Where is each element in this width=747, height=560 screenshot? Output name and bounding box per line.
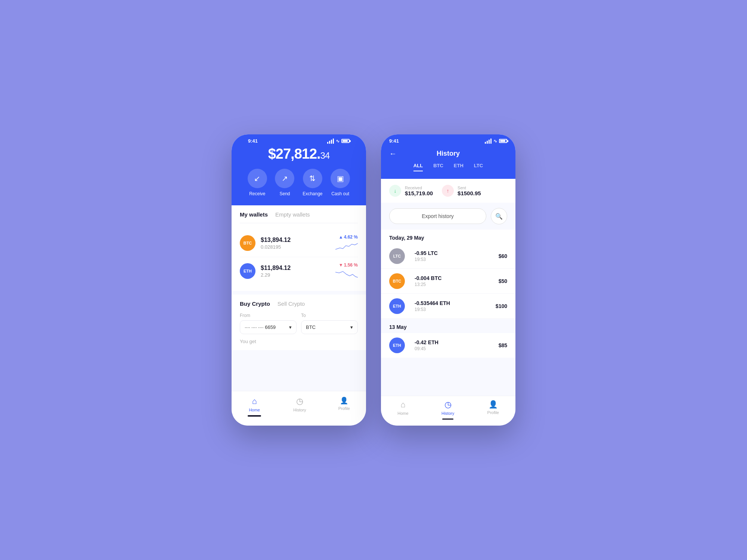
phone2-bottom-nav: ⌂ Home ◷ History 👤 Profile xyxy=(381,396,515,426)
filter-btc[interactable]: BTC xyxy=(433,163,443,171)
nav2-indicator xyxy=(442,419,453,420)
exchange-icon: ⇅ xyxy=(303,169,322,188)
to-field: To BTC ▾ xyxy=(301,313,358,334)
tab-sell-crypto[interactable]: Sell Crypto xyxy=(278,301,305,307)
sent-text: Sent $1500.95 xyxy=(458,186,481,196)
eth-amount: $11,894.12 xyxy=(261,265,335,271)
cashout-label: Cash out xyxy=(331,191,349,196)
home-icon: ⌂ xyxy=(252,396,257,406)
history-header-top: ← History xyxy=(381,146,515,161)
to-value: BTC xyxy=(306,324,316,330)
received-summary: ↓ Received $15,719.00 xyxy=(389,185,433,197)
nav2-home-label: Home xyxy=(397,411,408,416)
filter-all[interactable]: ALL xyxy=(413,163,423,171)
btc1-info: -0.004 BTC 13:25 xyxy=(415,275,499,287)
balance-cents: 34 xyxy=(320,150,330,161)
ltc1-usd: $60 xyxy=(499,253,507,259)
btc-sub: 0.028195 xyxy=(261,244,335,250)
export-history-button[interactable]: Export history xyxy=(389,208,486,224)
search-button[interactable]: 🔍 xyxy=(491,208,507,224)
eth2-tx: -0.42 ETH xyxy=(415,339,499,345)
btc-info: $13,894.12 0.028195 xyxy=(261,237,335,250)
nav-profile[interactable]: 👤 Profile xyxy=(331,395,357,418)
ltc1-time: 19:53 xyxy=(415,257,499,262)
phones-container: 9:41 ∿ $27,812.34 ↙ Receive ↗ xyxy=(232,134,515,426)
phone1-time: 9:41 xyxy=(248,138,258,144)
to-chevron-icon: ▾ xyxy=(350,324,353,330)
you-get-label: You get xyxy=(240,339,358,344)
to-input[interactable]: BTC ▾ xyxy=(301,320,358,334)
received-text: Received $15,719.00 xyxy=(405,186,433,196)
eth-avatar-2: ETH xyxy=(389,337,405,353)
send-summary-icon: ↑ xyxy=(442,185,454,197)
received-amount: $15,719.00 xyxy=(405,190,433,196)
phone2-status-bar: 9:41 ∿ xyxy=(381,134,515,146)
phone1-status-icons: ∿ xyxy=(327,139,350,144)
ltc1-info: -0.95 LTC 19:53 xyxy=(415,250,499,262)
history-item-ltc1[interactable]: LTC -0.95 LTC 19:53 $60 xyxy=(381,244,515,269)
to-label: To xyxy=(301,313,358,318)
nav-indicator xyxy=(248,415,261,417)
sent-amount: $1500.95 xyxy=(458,190,481,196)
cashout-button[interactable]: ▣ Cash out xyxy=(331,169,350,196)
btc-chart-area: ▲ 4.62 % xyxy=(335,234,358,252)
exchange-button[interactable]: ⇅ Exchange xyxy=(303,169,322,196)
receive-label: Receive xyxy=(249,191,265,196)
phone1-blue-header: 9:41 ∿ $27,812.34 ↙ Receive ↗ xyxy=(232,134,366,205)
receive-button[interactable]: ↙ Receive xyxy=(248,169,267,196)
filter-ltc[interactable]: LTC xyxy=(474,163,483,171)
history-list: Today, 29 May LTC -0.95 LTC 19:53 $60 BT… xyxy=(381,230,515,358)
send-label: Send xyxy=(279,191,290,196)
phone2-status-icons: ∿ xyxy=(485,139,507,144)
history-filter-tabs: ALL BTC ETH LTC xyxy=(381,161,515,173)
nav-history[interactable]: ◷ History xyxy=(286,395,313,418)
nav-home[interactable]: ⌂ Home xyxy=(240,395,269,418)
receive-icon: ↙ xyxy=(248,169,267,188)
receive-summary-icon: ↓ xyxy=(389,185,401,197)
nav2-home[interactable]: ⌂ Home xyxy=(397,400,408,420)
from-value: ···· ···· ···· 6659 xyxy=(245,324,276,330)
nav2-history-label: History xyxy=(441,411,454,416)
nav2-profile[interactable]: 👤 Profile xyxy=(487,400,499,420)
nav-history-label: History xyxy=(293,408,306,412)
eth1-info: -0.535464 ETH 19:53 xyxy=(415,300,496,312)
ltc1-tx: -0.95 LTC xyxy=(415,250,499,256)
eth-percent: ▼ 1.56 % xyxy=(339,262,358,268)
battery-icon-2 xyxy=(499,139,507,143)
phone-home: 9:41 ∿ $27,812.34 ↙ Receive ↗ xyxy=(232,134,366,426)
export-row: Export history 🔍 xyxy=(381,203,515,230)
phone2-time: 9:41 xyxy=(389,138,399,144)
from-input[interactable]: ···· ···· ···· 6659 ▾ xyxy=(240,320,297,334)
trade-tabs: Buy Crypto Sell Crypto xyxy=(240,301,358,307)
wallet-tabs: My wallets Empty wallets xyxy=(240,211,358,223)
btc1-usd: $50 xyxy=(499,278,507,284)
send-button[interactable]: ↗ Send xyxy=(275,169,294,196)
btc-mini-chart xyxy=(335,241,358,252)
wallet-item-eth[interactable]: ETH $11,894.12 2.29 ▼ 1.56 % xyxy=(240,257,358,285)
filter-eth[interactable]: ETH xyxy=(454,163,464,171)
history-item-btc1[interactable]: BTC -0.004 BTC 13:25 $50 xyxy=(381,269,515,294)
history-title: History xyxy=(437,150,460,158)
eth-avatar: ETH xyxy=(240,263,255,279)
tab-my-wallets[interactable]: My wallets xyxy=(240,211,268,219)
eth-mini-chart xyxy=(335,269,358,280)
nav2-home-icon: ⌂ xyxy=(400,400,405,410)
tab-buy-crypto[interactable]: Buy Crypto xyxy=(240,301,270,307)
btc-arrow-up: ▲ xyxy=(339,234,343,240)
history-item-eth1[interactable]: ETH -0.535464 ETH 19:53 $100 xyxy=(381,294,515,319)
ltc-avatar-1: LTC xyxy=(389,248,405,264)
tab-empty-wallets[interactable]: Empty wallets xyxy=(275,211,310,219)
wallet-item-btc[interactable]: BTC $13,894.12 0.028195 ▲ 4.62 % xyxy=(240,229,358,257)
wifi-icon-2: ∿ xyxy=(493,139,497,144)
back-button[interactable]: ← xyxy=(389,149,397,158)
exchange-label: Exchange xyxy=(303,191,322,196)
btc-avatar: BTC xyxy=(240,235,255,251)
history-item-eth2[interactable]: ETH -0.42 ETH 09:45 $85 xyxy=(381,333,515,358)
btc-avatar-1: BTC xyxy=(389,273,405,289)
wallet-section: My wallets Empty wallets BTC $13,894.12 … xyxy=(232,205,366,291)
phone1-body: My wallets Empty wallets BTC $13,894.12 … xyxy=(232,205,366,391)
eth2-info: -0.42 ETH 09:45 xyxy=(415,339,499,351)
eth1-time: 19:53 xyxy=(415,307,496,312)
nav2-history[interactable]: ◷ History xyxy=(441,400,454,420)
eth-chart-area: ▼ 1.56 % xyxy=(335,262,358,280)
